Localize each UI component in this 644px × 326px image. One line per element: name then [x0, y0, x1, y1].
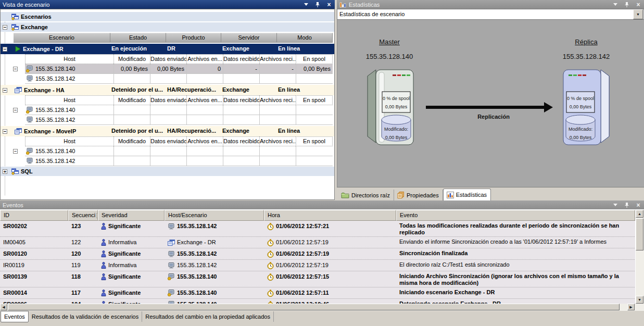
combobox-dropdown-button[interactable]: ▼ [633, 9, 643, 19]
bottom-tab-eventos[interactable]: Eventos [1, 311, 29, 322]
host-column-header[interactable]: Host [25, 136, 113, 146]
tab-estadísticas[interactable]: Estadísticas [443, 189, 491, 200]
scroll-down-button[interactable]: ▼ [636, 296, 643, 304]
tree-expander[interactable]: − [3, 88, 7, 93]
host-cell-value [186, 146, 223, 156]
scrollbar-thumb[interactable] [8, 304, 620, 310]
host-column-header[interactable]: Datos enviados [150, 54, 186, 64]
event-row[interactable]: SR00202123Significante155.35.128.14201/0… [0, 221, 644, 237]
host-column-header[interactable]: En spool [296, 136, 333, 146]
host-row[interactable]: −155.35.128.140 [1, 146, 334, 156]
chevron-down-icon[interactable] [612, 2, 618, 8]
tree-expander[interactable]: − [3, 25, 7, 30]
tree-expander[interactable]: − [13, 149, 18, 154]
host-column-header[interactable]: Archivos en... [186, 95, 223, 105]
pin-icon[interactable] [624, 2, 630, 8]
event-row[interactable]: SR00120120Significante155.35.128.14201/0… [0, 248, 644, 260]
host-cell-value [150, 146, 186, 156]
host-column-header[interactable]: Datos enviados [150, 136, 186, 146]
events-horizontal-scrollbar[interactable]: ◀ ▶ [0, 304, 644, 311]
host-row[interactable]: −155.35.128.1400,00 Bytes0,00 Bytes0--0,… [1, 64, 334, 74]
host-column-header[interactable]: Modificado [113, 54, 150, 64]
panel-title: Eventos [3, 202, 23, 208]
host-column-header[interactable]: Archivos en... [186, 54, 223, 64]
scenario-row[interactable]: −Exchange - DREn ejecuciónDRExchangeEn l… [1, 44, 334, 54]
scroll-left-button[interactable]: ◀ [0, 304, 7, 310]
host-column-header[interactable]: En spool [296, 54, 333, 64]
event-column-header-id[interactable]: ID [0, 210, 68, 221]
tree-expander[interactable]: − [3, 129, 7, 134]
events-vertical-scrollbar[interactable]: ▲ ▼ [635, 210, 644, 304]
host-column-header[interactable]: Archivos reci... [259, 95, 296, 105]
statistics-type-combobox[interactable]: Estadísticas de escenario ▼ [337, 9, 644, 20]
host-cell-value [186, 156, 223, 166]
scenario-row[interactable]: −Exchange - MoveIPDetenido por el u...HA… [1, 126, 334, 136]
host-column-header[interactable]: Archivos reci... [259, 54, 296, 64]
scroll-right-button[interactable]: ▶ [627, 304, 635, 310]
tree-expander[interactable]: − [13, 67, 18, 71]
event-cell-id: IR00119 [0, 260, 68, 271]
scenario-row[interactable]: −Exchange - HADetenido por el u...HA/Rec… [1, 85, 334, 95]
host-row[interactable]: −155.35.128.140 [1, 105, 334, 115]
chevron-down-icon[interactable] [612, 202, 618, 208]
host-row[interactable]: 155.35.128.142 [1, 156, 334, 166]
event-column-header-host-escenario[interactable]: Host/Escenario [165, 210, 264, 221]
tree-group-sql[interactable]: +SQL [1, 167, 334, 176]
host-column-header[interactable]: Archivos en... [186, 136, 223, 146]
host-column-header[interactable]: Modificado [113, 95, 150, 105]
events-table: IDSecuenci▽SeveridadHost/EscenarioHoraEv… [0, 209, 644, 304]
host-column-header[interactable]: Modificado [113, 136, 150, 146]
event-cell-evento: Deteniendo escenario Exchange - DR [396, 299, 635, 304]
pin-icon[interactable] [624, 202, 630, 208]
tab-directorios-raíz[interactable]: Directorios raíz [338, 190, 394, 200]
event-row[interactable]: IM00405122InformativaExchange - DR01/06/… [0, 237, 644, 248]
column-header-producto[interactable]: Producto [166, 33, 221, 43]
host-column-header[interactable]: Host [25, 95, 113, 105]
close-icon[interactable]: × [635, 202, 641, 208]
replica-computer-icon [26, 76, 33, 82]
host-cell-name: 155.35.128.142 [25, 74, 113, 84]
tree-expander[interactable]: + [3, 169, 7, 174]
close-icon[interactable]: × [635, 2, 641, 8]
severity-info-icon [101, 223, 106, 230]
master-server-icon [26, 66, 33, 72]
event-column-header-severidad[interactable]: Severidad [98, 210, 165, 221]
close-icon[interactable]: × [326, 2, 332, 8]
hora-label: 01/06/2012 12:19:46 [276, 299, 329, 304]
event-row[interactable]: SR00139118Significante155.35.128.14001/0… [0, 271, 644, 287]
host-column-header[interactable]: Datos recibidos [223, 136, 259, 146]
host-column-header[interactable]: Datos recibidos [223, 54, 259, 64]
event-column-header-hora[interactable]: Hora [264, 210, 396, 221]
host-row[interactable]: 155.35.128.142 [1, 115, 334, 125]
tree-expander[interactable]: − [3, 47, 7, 52]
tree-group-exchange[interactable]: −Exchange [1, 22, 334, 32]
column-header-estado[interactable]: Estado [110, 33, 166, 43]
scrollbar-thumb[interactable] [636, 218, 643, 250]
host-column-header[interactable]: En spool [296, 95, 333, 105]
server-icon [168, 273, 175, 280]
bottom-tab-resultados-de-la-validación-de-escenario[interactable]: Resultados de la validación de escenario… [29, 311, 142, 322]
tree-root-escenarios[interactable]: Escenarios [1, 12, 334, 21]
scenario-cell-estado: En ejecución [110, 44, 166, 54]
pin-icon[interactable] [314, 2, 321, 8]
host-column-header[interactable]: Archivos reci... [259, 136, 296, 146]
bottom-tab-resultados-del-cambio-en-la-propiedad-ap[interactable]: Resultados del cambio en la propiedad ap… [142, 311, 274, 322]
host-row[interactable]: 155.35.128.142 [1, 74, 334, 84]
column-header-escenario[interactable]: Escenario [14, 33, 110, 43]
chevron-down-icon[interactable] [303, 2, 309, 8]
event-column-header-evento[interactable]: Evento [396, 210, 635, 221]
scroll-up-button[interactable]: ▲ [636, 210, 643, 218]
event-row[interactable]: IR00119119Informativa155.35.128.14201/06… [0, 260, 644, 271]
event-row[interactable]: SR00096104Significante155.35.128.14001/0… [0, 299, 644, 304]
host-column-header[interactable]: Host [25, 54, 113, 64]
host-column-header[interactable]: Datos enviados [150, 95, 186, 105]
host-column-header[interactable]: Datos recibidos [223, 95, 259, 105]
event-column-header-secuenci[interactable]: Secuenci▽ [68, 210, 98, 221]
host-label: 155.35.128.142 [177, 260, 217, 270]
column-header-servidor[interactable]: Servidor [221, 33, 277, 43]
tree-expander[interactable]: − [13, 108, 18, 112]
tab-propiedades[interactable]: Propiedades [394, 190, 443, 200]
svg-text:Modificado:: Modificado: [384, 127, 408, 132]
column-header-modo[interactable]: Modo [277, 33, 333, 43]
event-row[interactable]: SR00014117Significante155.35.128.14001/0… [0, 287, 644, 299]
